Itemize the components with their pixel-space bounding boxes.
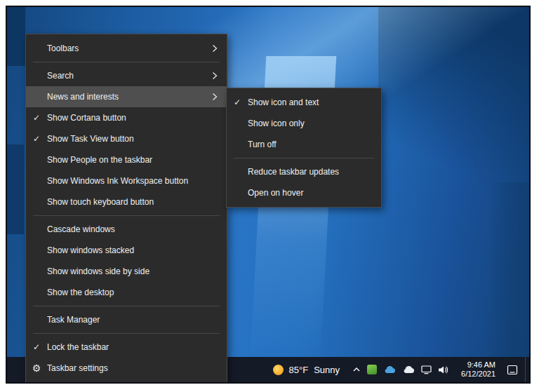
menu-item-show-task-view-button[interactable]: ✓ Show Task View button <box>26 128 227 149</box>
check-icon: ✓ <box>26 342 47 352</box>
menu-separator <box>33 215 220 216</box>
system-tray <box>347 357 454 382</box>
menu-item-label: Cascade windows <box>47 224 227 234</box>
menu-item-show-windows-ink[interactable]: Show Windows Ink Workspace button <box>26 170 227 191</box>
volume-icon[interactable] <box>438 357 448 382</box>
weather-temperature: 85°F <box>289 365 309 375</box>
desktop-screen: 85°F Sunny 9:46 AM 6/12/ <box>6 6 531 384</box>
check-icon: ✓ <box>26 134 47 144</box>
menu-separator <box>33 333 220 334</box>
news-and-interests-submenu: ✓ Show icon and text Show icon only Turn… <box>226 88 382 208</box>
menu-item-label: Open on hover <box>248 188 381 198</box>
menu-item-news-and-interests[interactable]: News and interests <box>26 86 227 107</box>
menu-item-label: Task Manager <box>47 315 227 325</box>
weather-condition: Sunny <box>314 365 340 375</box>
menu-item-label: Reduce taskbar updates <box>248 167 381 177</box>
wallpaper-shape <box>7 7 25 66</box>
menu-item-show-touch-keyboard[interactable]: Show touch keyboard button <box>26 191 227 212</box>
taskbar-context-menu: Toolbars Search News and interests ✓ Sho… <box>25 34 227 383</box>
check-icon: ✓ <box>26 113 47 123</box>
menu-item-cascade-windows[interactable]: Cascade windows <box>26 219 227 240</box>
menu-item-toolbars[interactable]: Toolbars <box>26 38 227 59</box>
tray-green-app-icon[interactable] <box>367 357 377 382</box>
menu-separator <box>33 62 220 62</box>
hidden-icons-chevron-up-icon[interactable] <box>352 357 361 382</box>
menu-item-show-the-desktop[interactable]: Show the desktop <box>26 282 227 303</box>
check-icon: ✓ <box>227 97 248 107</box>
submenu-item-show-icon-only[interactable]: Show icon only <box>227 113 381 134</box>
sun-icon <box>273 365 284 375</box>
menu-separator <box>234 158 374 158</box>
menu-item-search[interactable]: Search <box>26 65 227 86</box>
action-center-icon <box>507 365 518 375</box>
tray-weather-cloud-icon[interactable] <box>383 357 396 382</box>
menu-item-label: Search <box>47 71 212 81</box>
menu-item-label: Show icon and text <box>248 97 381 107</box>
menu-item-label: Show windows stacked <box>47 245 227 255</box>
menu-item-lock-the-taskbar[interactable]: ✓ Lock the taskbar <box>26 337 227 358</box>
menu-item-label: Show Cortana button <box>47 113 227 123</box>
menu-item-show-windows-stacked[interactable]: Show windows stacked <box>26 240 227 261</box>
menu-separator <box>33 306 220 306</box>
menu-item-label: Show windows side by side <box>47 266 227 276</box>
chevron-right-icon <box>212 93 227 101</box>
menu-item-show-people[interactable]: Show People on the taskbar <box>26 149 227 170</box>
weather-widget[interactable]: 85°F Sunny <box>266 357 347 382</box>
menu-item-label: Show the desktop <box>47 288 227 297</box>
gear-icon: ⚙ <box>26 363 47 374</box>
menu-item-label: Show icon only <box>248 119 381 128</box>
show-desktop-strip[interactable] <box>525 357 529 382</box>
clock-time: 9:46 AM <box>461 360 495 370</box>
display-icon[interactable] <box>421 357 432 382</box>
submenu-item-turn-off[interactable]: Turn off <box>227 134 381 155</box>
chevron-right-icon <box>212 44 227 53</box>
onedrive-cloud-icon[interactable] <box>402 357 415 382</box>
menu-item-label: Show People on the taskbar <box>47 155 227 165</box>
wallpaper-shape <box>378 7 529 193</box>
menu-item-show-windows-side-by-side[interactable]: Show windows side by side <box>26 261 227 282</box>
menu-item-taskbar-settings[interactable]: ⚙ Taskbar settings <box>26 358 227 379</box>
menu-item-label: Lock the taskbar <box>47 342 227 352</box>
menu-item-label: Show touch keyboard button <box>47 197 227 207</box>
action-center-button[interactable] <box>503 357 525 382</box>
menu-item-label: Toolbars <box>47 43 212 53</box>
menu-item-label: Turn off <box>248 140 381 149</box>
menu-item-label: News and interests <box>47 92 212 102</box>
taskbar-clock[interactable]: 9:46 AM 6/12/2021 <box>454 357 503 382</box>
chevron-right-icon <box>212 72 227 80</box>
menu-item-show-cortana-button[interactable]: ✓ Show Cortana button <box>26 107 227 128</box>
submenu-item-show-icon-and-text[interactable]: ✓ Show icon and text <box>227 92 381 113</box>
wallpaper-shape <box>488 182 529 361</box>
menu-item-label: Taskbar settings <box>47 363 227 373</box>
clock-date: 6/12/2021 <box>461 370 495 379</box>
submenu-item-reduce-taskbar-updates[interactable]: Reduce taskbar updates <box>227 161 381 182</box>
wallpaper-shape <box>7 144 24 234</box>
submenu-item-open-on-hover[interactable]: Open on hover <box>227 182 381 203</box>
menu-item-label: Show Task View button <box>47 134 227 144</box>
menu-item-task-manager[interactable]: Task Manager <box>26 309 227 330</box>
menu-item-label: Show Windows Ink Workspace button <box>47 176 227 186</box>
